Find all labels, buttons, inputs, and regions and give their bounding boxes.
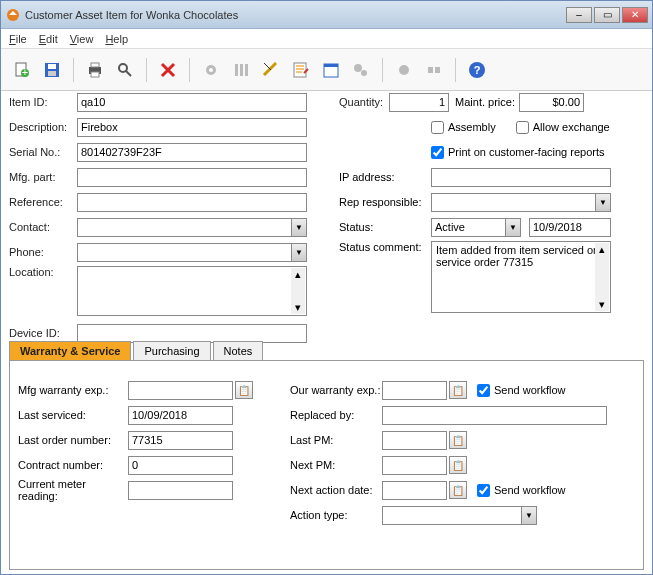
- svg-rect-16: [245, 64, 248, 76]
- last-serviced-input[interactable]: [128, 406, 233, 425]
- last-pm-input[interactable]: [382, 431, 447, 450]
- menubar: File Edit View Help: [1, 29, 652, 49]
- calendar-button[interactable]: [318, 57, 344, 83]
- calendar-icon[interactable]: 📋: [449, 431, 467, 449]
- svg-point-13: [209, 68, 213, 72]
- calendar-icon[interactable]: 📋: [449, 381, 467, 399]
- link-button[interactable]: [421, 57, 447, 83]
- gear-button[interactable]: [198, 57, 224, 83]
- svg-rect-17: [294, 63, 306, 77]
- status-comment-label: Status comment:: [339, 241, 431, 253]
- help-button[interactable]: ?: [464, 57, 490, 83]
- item-id-input[interactable]: [77, 93, 307, 112]
- mfg-exp-input[interactable]: [128, 381, 233, 400]
- serial-input[interactable]: [77, 143, 307, 162]
- reference-label: Reference:: [9, 196, 77, 208]
- dropdown-icon: ▼: [291, 219, 306, 236]
- process-button[interactable]: [391, 57, 417, 83]
- mfg-part-label: Mfg. part:: [9, 171, 77, 183]
- contract-input[interactable]: [128, 456, 233, 475]
- next-action-input[interactable]: [382, 481, 447, 500]
- menu-view[interactable]: View: [70, 33, 94, 45]
- allow-exchange-checkbox[interactable]: Allow exchange: [516, 121, 610, 134]
- meter-label: Current meter reading:: [18, 478, 128, 502]
- contact-combo[interactable]: ▼: [77, 218, 307, 237]
- edit-note-button[interactable]: [288, 57, 314, 83]
- serial-label: Serial No.:: [9, 146, 77, 158]
- device-id-label: Device ID:: [9, 327, 77, 339]
- send-workflow-checkbox-2[interactable]: Send workflow: [477, 484, 566, 497]
- next-pm-label: Next PM:: [290, 459, 382, 471]
- ip-input[interactable]: [431, 168, 611, 187]
- status-comment-textarea[interactable]: Item added from item serviced on service…: [431, 241, 611, 313]
- next-pm-input[interactable]: [382, 456, 447, 475]
- rep-label: Rep responsible:: [339, 196, 431, 208]
- maint-price-input[interactable]: [519, 93, 584, 112]
- menu-edit[interactable]: Edit: [39, 33, 58, 45]
- tab-panel: Warranty & Service Purchasing Notes Mfg …: [9, 341, 644, 570]
- svg-point-21: [361, 70, 367, 76]
- svg-rect-14: [235, 64, 238, 76]
- svg-rect-15: [240, 64, 243, 76]
- app-icon: [5, 7, 21, 23]
- main-window: Customer Asset Item for Wonka Chocolates…: [0, 0, 653, 575]
- svg-rect-8: [91, 63, 99, 67]
- toolbar: + ?: [1, 49, 652, 91]
- status-combo[interactable]: Active▼: [431, 218, 521, 237]
- delete-button[interactable]: [155, 57, 181, 83]
- svg-rect-5: [48, 64, 56, 69]
- quantity-input[interactable]: [389, 93, 449, 112]
- ruler-button[interactable]: [258, 57, 284, 83]
- gears-button[interactable]: [348, 57, 374, 83]
- columns-button[interactable]: [228, 57, 254, 83]
- print-reports-checkbox[interactable]: Print on customer-facing reports: [431, 146, 605, 159]
- status-label: Status:: [339, 221, 431, 233]
- svg-point-20: [354, 64, 362, 72]
- tab-notes[interactable]: Notes: [213, 341, 264, 360]
- mfg-part-input[interactable]: [77, 168, 307, 187]
- svg-rect-23: [428, 67, 433, 73]
- svg-point-10: [119, 64, 127, 72]
- tab-purchasing[interactable]: Purchasing: [133, 341, 210, 360]
- svg-rect-6: [48, 71, 56, 76]
- calendar-icon[interactable]: 📋: [449, 456, 467, 474]
- titlebar: Customer Asset Item for Wonka Chocolates…: [1, 1, 652, 29]
- location-label: Location:: [9, 266, 77, 278]
- close-button[interactable]: ✕: [622, 7, 648, 23]
- description-input[interactable]: [77, 118, 307, 137]
- replaced-input[interactable]: [382, 406, 607, 425]
- svg-text:+: +: [22, 66, 28, 78]
- our-exp-label: Our warranty exp.:: [290, 384, 382, 396]
- next-action-label: Next action date:: [290, 484, 382, 496]
- location-textarea[interactable]: ▴▾: [77, 266, 307, 316]
- new-button[interactable]: +: [9, 57, 35, 83]
- assembly-checkbox[interactable]: Assembly: [431, 121, 496, 134]
- send-workflow-checkbox-1[interactable]: Send workflow: [477, 384, 566, 397]
- action-type-combo[interactable]: ▼: [382, 506, 537, 525]
- menu-help[interactable]: Help: [105, 33, 128, 45]
- ip-label: IP address:: [339, 171, 431, 183]
- action-type-label: Action type:: [290, 509, 382, 521]
- last-order-input[interactable]: [128, 431, 233, 450]
- save-button[interactable]: [39, 57, 65, 83]
- contract-label: Contract number:: [18, 459, 128, 471]
- last-serviced-label: Last serviced:: [18, 409, 128, 421]
- print-button[interactable]: [82, 57, 108, 83]
- calendar-icon[interactable]: 📋: [235, 381, 253, 399]
- svg-point-22: [399, 65, 409, 75]
- tab-warranty[interactable]: Warranty & Service: [9, 341, 131, 360]
- item-id-label: Item ID:: [9, 96, 77, 108]
- status-date-input[interactable]: [529, 218, 611, 237]
- reference-input[interactable]: [77, 193, 307, 212]
- rep-combo[interactable]: ▼: [431, 193, 611, 212]
- our-exp-input[interactable]: [382, 381, 447, 400]
- search-button[interactable]: [112, 57, 138, 83]
- minimize-button[interactable]: –: [566, 7, 592, 23]
- menu-file[interactable]: File: [9, 33, 27, 45]
- meter-input[interactable]: [128, 481, 233, 500]
- device-id-input[interactable]: [77, 324, 307, 343]
- maximize-button[interactable]: ▭: [594, 7, 620, 23]
- phone-combo[interactable]: ▼: [77, 243, 307, 262]
- maint-price-label: Maint. price:: [449, 96, 519, 108]
- calendar-icon[interactable]: 📋: [449, 481, 467, 499]
